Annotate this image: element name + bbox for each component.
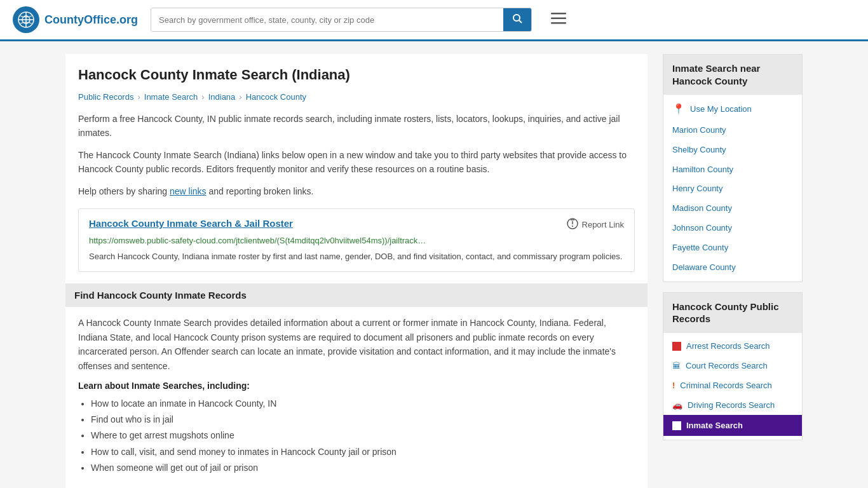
- breadcrumb: Public Records › Inmate Search › Indiana…: [78, 92, 635, 102]
- inmate-search-label: Inmate Search: [686, 421, 743, 430]
- public-records-body: Arrest Records Search 🏛 Court Records Se…: [663, 333, 802, 440]
- intro-paragraph-2: The Hancock County Inmate Search (Indian…: [78, 148, 635, 177]
- public-records-heading-text: Hancock County PublicRecords: [672, 301, 779, 325]
- learn-item-1: How to locate an inmate in Hancock Count…: [91, 396, 635, 412]
- sidebar-link-johnson[interactable]: Johnson County: [663, 219, 802, 238]
- nearby-heading: Inmate Search nearHancock County: [663, 55, 802, 95]
- sidebar-link-delaware[interactable]: Delaware County: [663, 258, 802, 278]
- inmate-search-active-link[interactable]: Inmate Search: [663, 415, 802, 436]
- court-records-label: Court Records Search: [686, 361, 768, 372]
- resource-title[interactable]: Hancock County Inmate Search & Jail Rost…: [89, 218, 293, 229]
- driving-records-link[interactable]: 🚗 Driving Records Search: [663, 396, 802, 416]
- svg-rect-8: [551, 22, 566, 24]
- arrest-records-link[interactable]: Arrest Records Search: [663, 337, 802, 356]
- hamburger-menu[interactable]: [551, 11, 566, 28]
- breadcrumb-hancock[interactable]: Hancock County: [246, 92, 306, 102]
- report-icon: [567, 218, 578, 232]
- sidebar-link-fayette[interactable]: Fayette County: [663, 238, 802, 258]
- sidebar-link-madison[interactable]: Madison County: [663, 199, 802, 219]
- breadcrumb-public-records[interactable]: Public Records: [78, 92, 133, 102]
- breadcrumb-sep-3: ›: [239, 92, 241, 102]
- use-my-location[interactable]: 📍 Use My Location: [663, 98, 802, 121]
- resource-card-header: Hancock County Inmate Search & Jail Rost…: [89, 218, 624, 232]
- intro-paragraph-1: Perform a free Hancock County, IN public…: [78, 112, 635, 140]
- report-link-button[interactable]: Report Link: [567, 218, 624, 232]
- svg-point-11: [572, 226, 573, 227]
- intro-3-pre: Help others by sharing: [78, 186, 170, 196]
- page-wrapper: Hancock County Inmate Search (Indiana) P…: [53, 41, 815, 488]
- fayette-county-label: Fayette County: [672, 243, 728, 254]
- court-records-link[interactable]: 🏛 Court Records Search: [663, 356, 802, 376]
- nearby-body: 📍 Use My Location Marion County Shelby C…: [663, 95, 802, 281]
- nearby-box: Inmate Search nearHancock County 📍 Use M…: [663, 54, 803, 282]
- learn-item-3: Where to get arrest mugshots online: [91, 428, 635, 444]
- learn-item-2: Find out who is in jail: [91, 412, 635, 428]
- criminal-icon: !: [672, 381, 675, 391]
- arrest-records-label: Arrest Records Search: [686, 341, 770, 352]
- search-button[interactable]: [503, 8, 531, 31]
- johnson-county-label: Johnson County: [672, 223, 732, 234]
- inmate-icon: [672, 421, 681, 430]
- marion-county-label: Marion County: [672, 125, 726, 136]
- breadcrumb-sep-2: ›: [201, 92, 204, 102]
- driving-records-label: Driving Records Search: [688, 400, 775, 411]
- car-icon: 🚗: [672, 400, 682, 411]
- logo-text: CountyOffice.org: [44, 13, 138, 27]
- nearby-heading-text: Inmate Search nearHancock County: [672, 63, 760, 86]
- criminal-records-label: Criminal Records Search: [680, 381, 772, 391]
- public-records-heading: Hancock County PublicRecords: [663, 293, 802, 333]
- hamilton-county-label: Hamilton County: [672, 165, 733, 175]
- sidebar-link-marion[interactable]: Marion County: [663, 121, 802, 140]
- svg-rect-7: [551, 18, 566, 20]
- sidebar-link-henry[interactable]: Henry County: [663, 179, 802, 199]
- breadcrumb-inmate-search[interactable]: Inmate Search: [144, 92, 198, 102]
- report-link-label: Report Link: [582, 220, 624, 229]
- henry-county-label: Henry County: [672, 184, 722, 194]
- page-title: Hancock County Inmate Search (Indiana): [78, 67, 635, 83]
- criminal-records-link[interactable]: ! Criminal Records Search: [663, 376, 802, 396]
- madison-county-label: Madison County: [672, 203, 732, 214]
- search-bar[interactable]: [151, 8, 532, 32]
- logo-icon: [13, 6, 39, 33]
- svg-rect-6: [551, 13, 566, 15]
- use-my-location-label: Use My Location: [690, 104, 752, 115]
- breadcrumb-indiana[interactable]: Indiana: [208, 92, 236, 102]
- public-records-box: Hancock County PublicRecords Arrest Reco…: [663, 292, 803, 441]
- sidebar-link-hamilton[interactable]: Hamilton County: [663, 160, 802, 180]
- new-links-link[interactable]: new links: [170, 186, 207, 196]
- svg-line-5: [519, 20, 522, 23]
- section-find-header: Find Hancock County Inmate Records: [65, 283, 648, 307]
- learn-item-5: When someone will get out of jail or pri…: [91, 460, 635, 476]
- court-icon: 🏛: [672, 361, 681, 372]
- learn-heading: Learn about Inmate Searches, including:: [78, 381, 635, 391]
- resource-url[interactable]: https://omsweb.public-safety-cloud.com/j…: [89, 236, 624, 245]
- sidebar-link-shelby[interactable]: Shelby County: [663, 140, 802, 160]
- find-records-body: A Hancock County Inmate Search provides …: [78, 316, 635, 373]
- breadcrumb-sep-1: ›: [137, 92, 140, 102]
- resource-desc: Search Hancock County, Indiana inmate ro…: [89, 250, 624, 263]
- svg-point-4: [513, 15, 520, 21]
- site-header: CountyOffice.org: [0, 0, 868, 41]
- main-content: Hancock County Inmate Search (Indiana) P…: [65, 54, 648, 488]
- learn-list: How to locate an inmate in Hancock Count…: [78, 396, 635, 476]
- shelby-county-label: Shelby County: [672, 145, 726, 156]
- search-input[interactable]: [151, 8, 503, 31]
- intro-paragraph-3: Help others by sharing new links and rep…: [78, 184, 635, 198]
- delaware-county-label: Delaware County: [672, 262, 736, 273]
- location-pin-icon: 📍: [672, 103, 685, 116]
- resource-card: Hancock County Inmate Search & Jail Rost…: [78, 208, 635, 273]
- intro-3-post: and reporting broken links.: [207, 186, 314, 196]
- logo[interactable]: CountyOffice.org: [13, 6, 138, 33]
- learn-item-4: How to call, visit, and send money to in…: [91, 444, 635, 460]
- arrest-icon: [672, 342, 681, 351]
- sidebar: Inmate Search nearHancock County 📍 Use M…: [663, 54, 803, 488]
